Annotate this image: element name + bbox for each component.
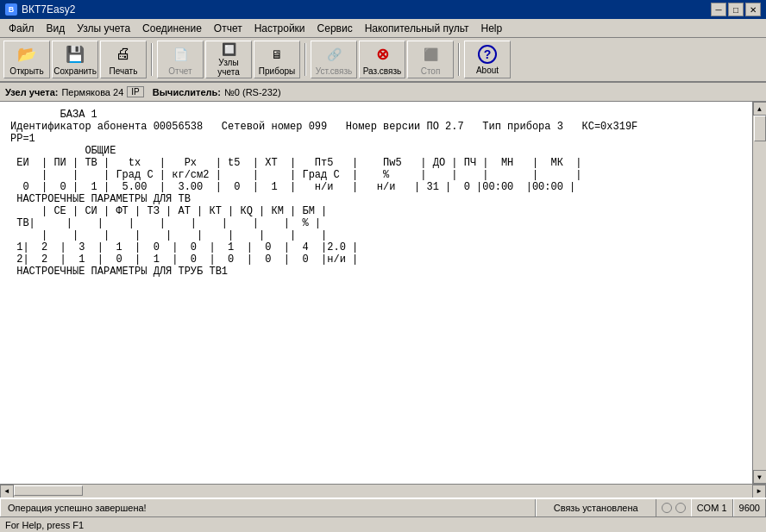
status-main: Операция успешно завершена! xyxy=(0,499,536,516)
status-com: COM 1 xyxy=(691,499,733,516)
menu-nodes[interactable]: Узлы учета xyxy=(72,21,135,36)
nodes-icon: 🔲 xyxy=(217,42,241,56)
stop-label: Стоп xyxy=(421,66,441,76)
hscroll-thumb[interactable] xyxy=(14,485,83,496)
close-button[interactable]: ✕ xyxy=(745,3,761,16)
calc-label: Вычислитель: xyxy=(153,87,221,97)
content-line: Идентификатор абонента 00056538 Сетевой … xyxy=(10,121,742,133)
print-label: Печать xyxy=(110,66,138,76)
disconnect-label: Раз.связь xyxy=(363,66,402,76)
nodes-label: Узлы учета xyxy=(208,58,249,77)
nodes-button[interactable]: 🔲 Узлы учета xyxy=(205,41,252,78)
content-line: | СЕ | СИ | ФТ | ТЗ | АТ | КТ | КQ | КМ … xyxy=(10,205,742,217)
help-bar: For Help, press F1 xyxy=(0,516,766,532)
maximize-button[interactable]: □ xyxy=(728,3,744,16)
indicator-2 xyxy=(675,503,686,513)
menu-file[interactable]: Файл xyxy=(3,21,40,36)
menu-connection[interactable]: Соединение xyxy=(137,21,207,36)
status-text: Операция успешно завершена! xyxy=(8,503,147,513)
separator-1 xyxy=(151,43,153,76)
status-baud: 9600 xyxy=(733,499,766,516)
content-line: ОБЩИЕ xyxy=(10,145,742,157)
scroll-left-arrow[interactable]: ◄ xyxy=(0,485,14,498)
menu-view[interactable]: Вид xyxy=(41,21,71,36)
connect-label: Уст.связь xyxy=(316,66,352,76)
content-line: НАСТРОЕЧНЫЕ ПАРАМЕТРЫ ДЛЯ ТВ xyxy=(10,193,742,205)
report-label: Отчет xyxy=(168,66,192,76)
node-label: Узел учета: xyxy=(5,87,58,97)
title-bar: B BКТ7Easy2 ─ □ ✕ xyxy=(0,0,766,19)
devices-label: Приборы xyxy=(259,66,295,76)
content-line: ЕИ | ПИ | ТВ | tx | Рx | t5 | ХТ | Пт5 |… xyxy=(10,157,742,169)
toolbar: 📂 Открыть 💾 Сохранить 🖨 Печать 📄 Отчет 🔲… xyxy=(0,38,766,83)
menu-settings[interactable]: Настройки xyxy=(249,21,311,36)
hscroll-track[interactable] xyxy=(14,485,752,498)
scroll-track[interactable] xyxy=(753,116,766,470)
menu-report[interactable]: Отчет xyxy=(209,21,248,36)
about-label: About xyxy=(476,66,499,75)
about-button[interactable]: ? About xyxy=(464,41,511,78)
content-line: 0 | 0 | 1 | 5.00 | 3.00 | 0 | 1 | н/и | … xyxy=(10,181,742,193)
stop-button[interactable]: ⬛ Стоп xyxy=(407,41,454,78)
connect-button[interactable]: 🔗 Уст.связь xyxy=(311,41,357,78)
open-button[interactable]: 📂 Открыть xyxy=(3,41,50,78)
main-content: БАЗА 1Идентификатор абонента 00056538 Се… xyxy=(0,102,766,498)
menu-help[interactable]: Help xyxy=(475,21,507,36)
help-text: For Help, press F1 xyxy=(5,520,84,530)
content-line: БАЗА 1 xyxy=(10,109,742,121)
separator-3 xyxy=(458,43,460,76)
report-icon: 📄 xyxy=(168,44,192,65)
app-title: BКТ7Easy2 xyxy=(22,3,75,16)
link-text: Связь установлена xyxy=(554,503,638,513)
content-area[interactable]: БАЗА 1Идентификатор абонента 00056538 Се… xyxy=(0,102,752,484)
info-bar: Узел учета: Пермякова 24 IP Вычислитель:… xyxy=(0,83,766,102)
scroll-thumb[interactable] xyxy=(754,116,766,141)
save-label: Сохранить xyxy=(53,66,97,76)
calc-value: №0 (RS-232) xyxy=(224,87,281,97)
content-line: | | | | | | | | | | xyxy=(10,229,742,241)
baud-label: 9600 xyxy=(739,503,760,513)
content-line: | | | Град С | кг/см2 | | | Град С | % |… xyxy=(10,169,742,181)
horizontal-scrollbar[interactable]: ◄ ► xyxy=(0,484,766,498)
open-icon: 📂 xyxy=(15,44,39,65)
content-line: РР=1 xyxy=(10,133,742,145)
app-icon: B xyxy=(5,3,17,16)
minimize-button[interactable]: ─ xyxy=(711,3,726,16)
menu-bar: Файл Вид Узлы учета Соединение Отчет Нас… xyxy=(0,19,766,38)
print-button[interactable]: 🖨 Печать xyxy=(100,41,147,78)
print-icon: 🖨 xyxy=(111,44,135,65)
menu-service[interactable]: Сервис xyxy=(312,21,358,36)
content-line: НАСТРОЕЧНЫЕ ПАРАМЕТРЫ ДЛЯ ТРУБ ТВ1 xyxy=(10,266,742,278)
report-button[interactable]: 📄 Отчет xyxy=(157,41,204,78)
devices-icon: 🖥 xyxy=(265,44,289,65)
save-button[interactable]: 💾 Сохранить xyxy=(52,41,98,78)
save-icon: 💾 xyxy=(63,44,87,65)
disconnect-icon: ⊗ xyxy=(370,44,394,65)
content-line: 2| 2 | 1 | 0 | 1 | 0 | 0 | 0 | 0 |н/и | xyxy=(10,253,742,266)
connect-icon: 🔗 xyxy=(322,44,346,65)
content-line: 1| 2 | 3 | 1 | 0 | 0 | 1 | 0 | 4 |2.0 | xyxy=(10,241,742,253)
vertical-scrollbar[interactable]: ▲ ▼ xyxy=(752,102,766,484)
scroll-up-arrow[interactable]: ▲ xyxy=(753,102,767,116)
content-line: ТВ| | | | | | | | | % | xyxy=(10,217,742,229)
calc-info: Вычислитель: №0 (RS-232) xyxy=(153,87,281,97)
com-label: COM 1 xyxy=(697,503,727,513)
menu-accumulator[interactable]: Накопительный пульт xyxy=(360,21,474,36)
status-bar: Операция успешно завершена! Связь устано… xyxy=(0,498,766,516)
disconnect-button[interactable]: ⊗ Раз.связь xyxy=(359,41,405,78)
scroll-right-arrow[interactable]: ► xyxy=(752,485,766,498)
indicator-1 xyxy=(662,503,672,513)
status-link: Связь установлена xyxy=(536,499,656,516)
about-icon: ? xyxy=(478,45,497,64)
open-label: Открыть xyxy=(9,66,43,76)
scroll-down-arrow[interactable]: ▼ xyxy=(753,470,767,484)
node-type: IP xyxy=(127,86,143,97)
status-indicators xyxy=(656,503,691,513)
stop-icon: ⬛ xyxy=(418,44,443,65)
node-info: Узел учета: Пермякова 24 IP xyxy=(5,86,144,97)
separator-2 xyxy=(305,43,306,76)
devices-button[interactable]: 🖥 Приборы xyxy=(254,41,300,78)
node-value: Пермякова 24 xyxy=(61,87,123,97)
